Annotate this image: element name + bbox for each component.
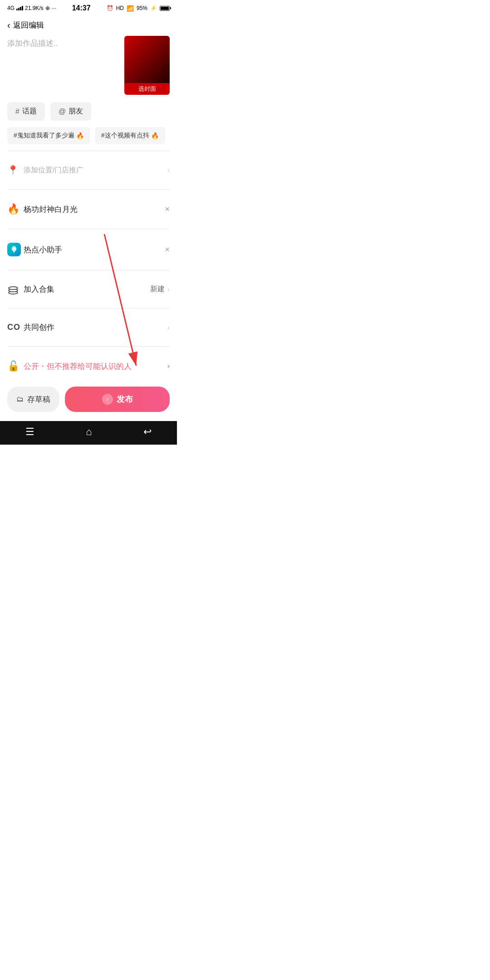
hashtag-label: 话题 (22, 107, 37, 116)
hotspot-right: × (165, 245, 170, 255)
description-placeholder[interactable]: 添加作品描述.. (7, 36, 119, 95)
back-arrow-icon: ‹ (7, 20, 10, 30)
cocreate-text: 共同创作 (24, 322, 167, 333)
bottom-nav-bar: ☰ ⌂ ↩ (0, 421, 177, 445)
trending-flame-icon: 🔥 (7, 203, 20, 215)
status-bar: 4G 21.9K/s ⊕ ··· 14:37 ⏰ HD 📶 95% ⚡ (0, 0, 177, 16)
co-icon: CO (7, 323, 20, 332)
cover-thumbnail[interactable]: 选封面 (124, 36, 170, 95)
location-chevron: › (167, 166, 170, 174)
mention-button[interactable]: @ 朋友 (50, 102, 91, 121)
signal-bar-1 (16, 9, 18, 10)
network-speed: 21.9K/s (25, 5, 44, 11)
cover-label-bar: 选封面 (124, 83, 170, 95)
battery-bolt: ⚡ (150, 5, 157, 11)
cocreate-right: › (167, 323, 170, 332)
usb-icon: ⊕ (45, 5, 50, 11)
location-icon: 📍 (7, 165, 19, 176)
cocreate-menu-item[interactable]: CO 共同创作 › (0, 315, 177, 340)
location-menu-item[interactable]: 📍 添加位置/门店推广 › (0, 157, 177, 183)
hashtag-button[interactable]: # 话题 (7, 102, 45, 121)
hotspot-close-icon[interactable]: × (165, 245, 170, 255)
location-icon-wrap: 📍 (7, 165, 24, 176)
divider-1 (7, 151, 170, 151)
divider-3 (7, 229, 170, 229)
hd-label: HD (116, 5, 124, 11)
publish-button[interactable]: ↑ 发布 (65, 387, 170, 412)
battery-icon (160, 6, 170, 11)
fire-icon-1: 🔥 (76, 132, 84, 139)
privacy-text: 公开・但不推荐给可能认识的人 (24, 361, 167, 372)
publish-icon-circle: ↑ (102, 394, 113, 405)
signal-bars (16, 6, 23, 10)
collection-icon-wrap (7, 284, 24, 294)
svg-point-3 (9, 287, 18, 289)
hotspot-menu-item[interactable]: 热点小助手 × (0, 235, 177, 264)
hot-tag-1[interactable]: #鬼知道我看了多少遍 🔥 (7, 127, 90, 144)
fire-icon-2: 🔥 (151, 132, 159, 139)
collection-chevron: › (167, 285, 170, 294)
layers-icon (7, 284, 19, 294)
status-right: ⏰ HD 📶 95% ⚡ (107, 5, 170, 12)
cocreate-chevron: › (167, 323, 170, 332)
hotspot-icon-wrap (7, 243, 24, 256)
mention-icon: @ (59, 108, 66, 116)
trending-icon-wrap: 🔥 (7, 203, 24, 215)
trending-text: 杨功封神白月光 (24, 204, 165, 215)
carrier-text: 4G (7, 5, 15, 11)
collection-new-label: 新建 (150, 284, 165, 294)
divider-6 (7, 346, 170, 347)
nav-home-icon[interactable]: ⌂ (86, 426, 92, 438)
save-draft-icon: 🗂 (16, 395, 24, 403)
hot-tags-row: #鬼知道我看了多少遍 🔥 #这个视频有点抖 🔥 (0, 127, 177, 144)
cocreate-icon-wrap: CO (7, 323, 24, 332)
divider-4 (7, 270, 170, 270)
svg-point-0 (13, 248, 15, 250)
hotspot-text: 热点小助手 (24, 245, 165, 255)
save-draft-button[interactable]: 🗂 存草稿 (7, 387, 59, 412)
cover-image (124, 36, 170, 83)
privacy-menu-item[interactable]: 🔓 公开・但不推荐给可能认识的人 › (0, 353, 177, 379)
hotspot-svg (10, 245, 18, 254)
publish-arrow-icon: ↑ (106, 396, 109, 403)
status-left: 4G 21.9K/s ⊕ ··· (7, 5, 56, 11)
description-area: 添加作品描述.. 选封面 (0, 36, 177, 95)
signal-bar-3 (20, 7, 21, 10)
wifi-icon: 📶 (127, 5, 134, 12)
nav-menu-icon[interactable]: ☰ (25, 426, 34, 438)
hot-tag-2-text: #这个视频有点抖 (101, 132, 149, 140)
privacy-right: › (167, 362, 170, 370)
publish-label: 发布 (117, 394, 133, 405)
hot-tag-1-text: #鬼知道我看了多少遍 (14, 132, 74, 140)
mention-label: 朋友 (69, 107, 83, 116)
privacy-icon-wrap: 🔓 (7, 360, 24, 372)
battery-fill (161, 7, 169, 10)
location-text: 添加位置/门店推广 (24, 166, 167, 175)
privacy-chevron: › (167, 362, 170, 370)
top-nav: ‹ 返回编辑 (0, 16, 177, 36)
trending-close-icon[interactable]: × (165, 205, 170, 214)
tag-buttons-row: # 话题 @ 朋友 (0, 102, 177, 121)
bottom-actions: 🗂 存草稿 ↑ 发布 (0, 379, 177, 421)
collection-menu-item[interactable]: 加入合集 新建 › (0, 277, 177, 302)
hot-tag-2[interactable]: #这个视频有点抖 🔥 (95, 127, 165, 144)
trending-menu-item[interactable]: 🔥 杨功封神白月光 × (0, 196, 177, 222)
save-draft-label: 存草稿 (27, 394, 50, 405)
more-icon: ··· (52, 5, 56, 11)
collection-right: 新建 › (150, 284, 170, 294)
status-time: 14:37 (72, 4, 91, 12)
divider-5 (7, 308, 170, 309)
hotspot-assistant-icon (7, 243, 21, 256)
alarm-icon: ⏰ (107, 5, 113, 11)
signal-bar-4 (22, 6, 23, 10)
location-right: › (167, 166, 170, 174)
lock-icon: 🔓 (7, 360, 20, 372)
trending-right: × (165, 205, 170, 214)
hashtag-icon: # (15, 108, 20, 116)
nav-back-icon[interactable]: ↩ (143, 426, 152, 438)
back-button[interactable]: ‹ 返回编辑 (7, 20, 44, 30)
collection-text: 加入合集 (24, 284, 150, 294)
divider-2 (7, 189, 170, 190)
signal-bar-2 (18, 8, 20, 10)
back-label: 返回编辑 (13, 20, 44, 30)
